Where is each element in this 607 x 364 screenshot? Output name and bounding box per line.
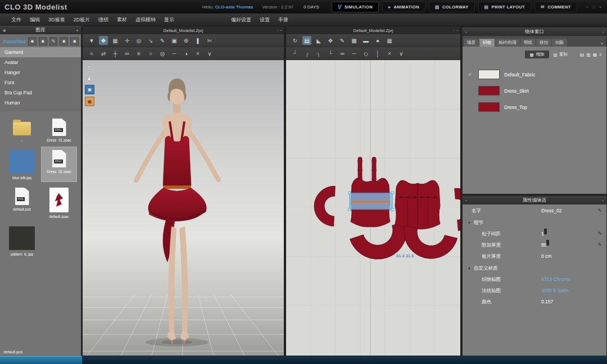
vline-tool-icon[interactable]: │ (373, 49, 382, 58)
sync-icon[interactable]: ↻ (291, 36, 300, 45)
rect-select-icon[interactable]: ▦ (111, 36, 120, 45)
menu-material[interactable]: 素材 (117, 16, 127, 24)
pattern-2d-canvas[interactable]: 61.4 31.8 (286, 60, 460, 356)
pen-tool-icon[interactable]: ✎ (338, 36, 347, 45)
list-view-icon[interactable]: ▤ (580, 52, 585, 57)
thumb-view-icon[interactable]: ▦ (593, 52, 597, 57)
layers-tool-icon[interactable]: ≡ (134, 49, 143, 58)
pin-icon[interactable]: ◎ (134, 36, 143, 45)
fabric-row-dress-top[interactable]: Dress_Top (463, 99, 606, 115)
comment-mode-button[interactable]: ✉ COMMENT (534, 2, 577, 12)
close-window-icon[interactable]: ▪ (457, 29, 458, 32)
float-window-icon[interactable]: ▫ (277, 29, 278, 32)
tab-button[interactable]: 纽扣 (536, 39, 551, 47)
grid-tool-icon[interactable]: ▦ (385, 36, 394, 45)
panel-dock-icon[interactable]: ▪ (465, 199, 466, 202)
favorites-link[interactable]: Favorites (3, 39, 26, 44)
texture-icon[interactable]: ▣ (170, 36, 179, 45)
corner-tool-icon[interactable]: ┌ (302, 49, 311, 58)
panel-dock-icon[interactable]: ▪ (465, 30, 466, 34)
file-item-parent-folder[interactable]: .. (4, 116, 39, 144)
move-tool-icon[interactable]: ✥ (326, 36, 335, 45)
user-name-link[interactable]: CLO-asia Thomas (215, 4, 253, 10)
normal-map-value-link[interactable]: 3005 B Satin (541, 288, 594, 293)
menu-3d-garment[interactable]: 3D服装 (48, 16, 65, 24)
drag-icon[interactable]: ↘ (146, 36, 155, 45)
sphere-tool-icon[interactable]: ◑ (182, 49, 191, 58)
section-detail[interactable]: ▾ 细节 (463, 216, 606, 228)
detail-view-icon[interactable]: ▥ (586, 52, 591, 57)
select-move-icon[interactable]: ✥ (99, 36, 108, 45)
file-item-default-zpac[interactable]: default.zpac (42, 185, 76, 220)
minimize-icon[interactable]: ─ (586, 5, 589, 9)
pattern-selection[interactable] (348, 192, 393, 211)
edit-pencil-icon[interactable]: ✎ (594, 208, 602, 213)
collapse-tool-icon[interactable]: ∨ (205, 49, 214, 58)
grid-tool-icon[interactable]: ┼ (111, 49, 120, 58)
edit-pencil-icon[interactable]: ✎ (594, 231, 602, 236)
file-item-blue-silk[interactable]: blue silk.jpg (4, 147, 39, 181)
edit-pencil-icon[interactable]: ✎ (594, 242, 602, 248)
menu-2d-pattern[interactable]: 2D板片 (74, 16, 90, 24)
menu-sewing[interactable]: 缝纫 (98, 16, 108, 24)
float-window-icon[interactable]: ▫ (454, 29, 455, 32)
avatar-filter-icon[interactable]: ☻ (70, 37, 79, 46)
simulation-mode-button[interactable]: V SIMULATION (332, 2, 379, 12)
fabric-swatch[interactable] (478, 86, 500, 95)
colorway-mode-button[interactable]: ▨ COLORWAY (429, 2, 475, 12)
name-value[interactable]: Dress_02 (541, 208, 594, 213)
panel-dock-icon[interactable]: ▣ (3, 28, 6, 32)
avatar-filter-icon[interactable]: ☻ (28, 37, 37, 46)
library-item-hanger[interactable]: Hanger (0, 67, 81, 78)
line-tool-icon[interactable]: ─ (350, 49, 359, 58)
target-tool-icon[interactable]: ◎ (158, 49, 167, 58)
cut-tool-icon[interactable]: × (193, 49, 202, 58)
tab-buttonhole[interactable]: 扣眼 (552, 39, 567, 47)
show-face-toggle-icon[interactable]: ☻ (85, 97, 94, 106)
corner-tool-icon[interactable]: ┘ (291, 49, 300, 58)
close-icon[interactable]: × (599, 5, 601, 9)
panel-pin-icon[interactable]: ▪ (603, 199, 604, 202)
menu-file[interactable]: 文件 (11, 16, 21, 24)
file-item-dress01[interactable]: ZPAC Dress_01.zpac (42, 116, 76, 144)
menu-display[interactable]: 显示 (164, 16, 174, 24)
pattern-2d-scene[interactable]: 61.4 31.8 (286, 60, 460, 356)
file-item-pattern-jpg[interactable]: pattern_b..jpg (4, 224, 39, 258)
texture-value-link[interactable]: 4313 Chrome (541, 276, 594, 282)
equal-tool-icon[interactable]: ═ (338, 49, 347, 58)
tab-fuse[interactable]: 粘衬/削薄 (495, 39, 520, 47)
add-fabric-button[interactable]: ▦ 增加 (525, 51, 549, 58)
library-item-human[interactable]: Human (0, 98, 81, 108)
menu-preferences[interactable]: 偏好设置 (231, 16, 251, 24)
close-shape-tool-icon[interactable]: × (385, 49, 394, 58)
menu-view-icon[interactable]: ≡ (599, 52, 602, 57)
file-item-default-pos[interactable]: POS default.pos (4, 185, 39, 220)
circle-tool-icon[interactable]: ● (373, 36, 382, 45)
menu-avatar[interactable]: 虚拟模特 (135, 16, 156, 24)
fabric-swatch[interactable] (478, 70, 500, 79)
maximize-icon[interactable]: □ (593, 5, 595, 9)
library-item-font[interactable]: Font (0, 78, 81, 88)
rect-tool-icon[interactable]: ▬ (361, 36, 370, 45)
color-value[interactable]: 0.157 (541, 299, 594, 304)
tab-overflow-icon[interactable]: » (601, 42, 605, 47)
print-layout-mode-button[interactable]: ▤ PRINT LAYOUT (478, 2, 532, 12)
avatar-3d-scene[interactable] (83, 60, 284, 356)
panel-pin-icon[interactable]: ● (76, 29, 78, 32)
menu-edit[interactable]: 编辑 (30, 16, 40, 24)
scene-3d[interactable]: T ♟ ▣ ☻ (83, 60, 284, 356)
animation-mode-button[interactable]: ▸ ANIMATION (382, 2, 425, 12)
library-item-garment[interactable]: Garment (0, 47, 81, 57)
menu-settings[interactable]: 设置 (260, 16, 270, 24)
line-tool-icon[interactable]: ─ (170, 49, 179, 58)
panel-pin-icon[interactable]: ▪ (603, 30, 604, 34)
simulate-icon[interactable]: ▼ (87, 36, 96, 45)
file-item-dress02-selected[interactable]: ZPAC Dress_02.zpac (42, 147, 76, 181)
show-monitor-toggle-icon[interactable]: ▣ (85, 85, 94, 94)
corner-tool-icon[interactable]: └ (326, 49, 335, 58)
edit-filter-icon[interactable]: ✎ (49, 37, 58, 46)
pen-icon[interactable]: ✎ (158, 36, 167, 45)
section-custom-material[interactable]: ▾ 自定义材质 (463, 261, 606, 273)
polygon-tool-icon[interactable]: ◣ (314, 36, 323, 45)
fabric-row-dress-skirt[interactable]: Dress_Skirt (463, 83, 606, 99)
